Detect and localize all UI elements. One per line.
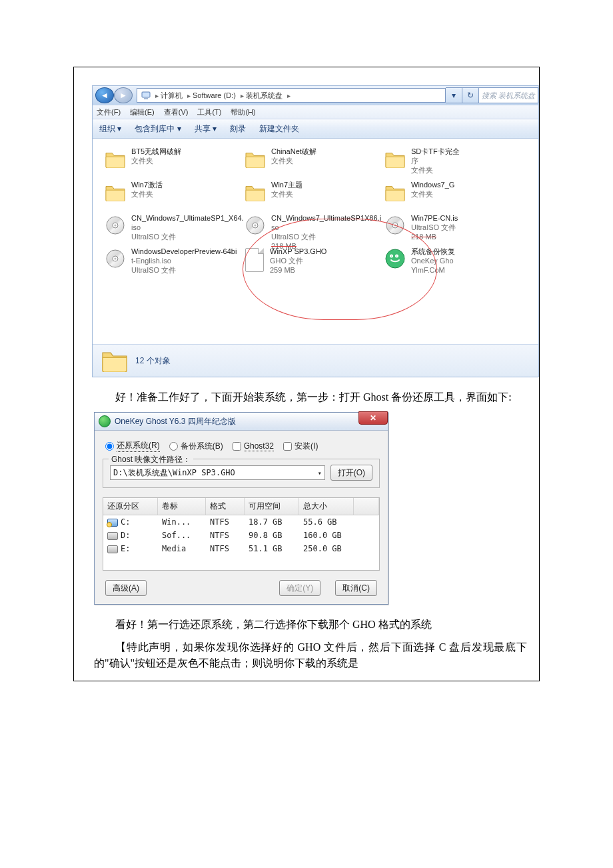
disc-icon <box>103 213 127 237</box>
status-text: 12 个对象 <box>135 355 171 367</box>
file-item[interactable]: CN_Windows7_UltimateSP1X86.isoUltraISO 文… <box>243 212 383 245</box>
file-label: BT5无线网破解文件夹 <box>131 147 181 165</box>
table-row[interactable]: D:Sof...NTFS90.8 GB160.0 GB <box>103 529 379 542</box>
col-free: 可用空间 <box>245 498 299 515</box>
address-bar[interactable]: ▸计算机 ▸Software (D:) ▸装机系统盘 ▸ <box>137 88 446 103</box>
table-row[interactable]: C:Win...NTFS18.7 GB55.6 GB <box>103 515 379 529</box>
disc-icon <box>243 213 267 237</box>
crumb-1[interactable]: 计算机 <box>161 91 183 99</box>
search-input[interactable]: 搜索 装机系统盘 <box>479 87 538 103</box>
file-label: WindowsDeveloperPreview-64bit-English.is… <box>131 247 237 275</box>
ok-button[interactable]: 确定(Y) <box>279 580 320 596</box>
partition-table: 还原分区 卷标 格式 可用空间 总大小 C:Win...NTFS18.7 GB5… <box>103 497 380 571</box>
nav-back-button[interactable]: ◄ <box>95 87 114 103</box>
file-label: SD卡TF卡完全序文件夹 <box>411 147 460 175</box>
file-label: Win7PE-CN.isUltraISO 文件218 MB <box>411 213 458 241</box>
file-label: CN_Windows7_UltimateSP1_X64.isoUltraISO … <box>131 213 243 241</box>
file-item[interactable]: CN_Windows7_UltimateSP1_X64.isoUltraISO … <box>103 212 243 245</box>
file-label: Win7主题文件夹 <box>271 180 303 199</box>
table-row[interactable]: E:MediaNTFS51.1 GB250.0 GB <box>103 542 379 555</box>
radio-backup[interactable]: 备份系统(B) <box>169 441 223 452</box>
disc-icon <box>103 247 127 271</box>
paragraph-2: 看好！第一行选还原系统，第二行选择你下载那个 GHO 格式的系统 <box>115 619 432 630</box>
tb-newfolder[interactable]: 新建文件夹 <box>259 123 299 135</box>
menu-view[interactable]: 查看(V) <box>164 107 189 117</box>
paragraph-3: 【特此声明，如果你发现你选择好的 GHO 文件后，然后下面选择 C 盘后发现最底… <box>94 641 527 669</box>
computer-icon <box>141 91 151 100</box>
menu-help[interactable]: 帮助(H) <box>231 107 255 117</box>
open-button[interactable]: 打开(O) <box>330 465 372 481</box>
file-label: ChinaNet破解文件夹 <box>271 147 316 165</box>
files-area: BT5无线网破解文件夹ChinaNet破解文件夹SD卡TF卡完全序文件夹Win7… <box>93 139 538 344</box>
paragraph-1: 好！准备工作好了，下面开始装系统，第一步：打开 Ghost 备份还原工具，界面如… <box>115 391 512 403</box>
onekey-ghost-dialog: OneKey Ghost Y6.3 四周年纪念版 ✕ 还原系统(R) 备份系统(… <box>94 412 388 605</box>
folder-icon <box>243 147 267 171</box>
image-path-input[interactable]: D:\装机系统盘\WinXP SP3.GHO▾ <box>110 465 325 480</box>
file-item[interactable]: SD卡TF卡完全序文件夹 <box>383 145 470 179</box>
cancel-button[interactable]: 取消(C) <box>335 580 377 596</box>
disc-icon <box>383 213 407 237</box>
file-label: 系统备份恢复OneKey GhoYlmF.CoM <box>411 247 455 275</box>
file-item[interactable]: Win7PE-CN.isUltraISO 文件218 MB <box>383 212 470 245</box>
onekey-icon <box>383 247 407 271</box>
radio-restore[interactable]: 还原系统(R) <box>105 440 160 452</box>
tb-include[interactable]: 包含到库中 ▾ <box>135 123 181 135</box>
dialog-title: OneKey Ghost Y6.3 四周年纪念版 <box>115 416 236 427</box>
col-partition: 还原分区 <box>103 498 158 515</box>
file-item[interactable]: Win7主题文件夹 <box>243 179 383 212</box>
file-label: Win7激活文件夹 <box>131 180 163 199</box>
col-total: 总大小 <box>299 498 354 515</box>
file-item[interactable]: WinXP SP3.GHOGHO 文件259 MB <box>243 245 383 279</box>
address-dropdown-button[interactable]: ▾ <box>446 87 462 103</box>
file-item[interactable]: 系统备份恢复OneKey GhoYlmF.CoM <box>383 245 470 279</box>
file-item[interactable]: WindowsDeveloperPreview-64bit-English.is… <box>103 245 243 279</box>
menu-tools[interactable]: 工具(T) <box>197 107 221 117</box>
file-label: WinXP SP3.GHOGHO 文件259 MB <box>270 247 326 275</box>
close-button[interactable]: ✕ <box>358 411 388 425</box>
image-path-legend: Ghost 映像文件路径： <box>109 454 193 465</box>
toolbar: 组织 ▾ 包含到库中 ▾ 共享 ▾ 刻录 新建文件夹 <box>93 119 538 139</box>
tb-organize[interactable]: 组织 ▾ <box>99 123 121 135</box>
nav-forward-button[interactable]: ► <box>114 87 133 103</box>
menu-file[interactable]: 文件(F) <box>97 107 121 117</box>
menu-bar: 文件(F) 编辑(E) 查看(V) 工具(T) 帮助(H) <box>93 105 538 119</box>
crumb-2[interactable]: Software (D:) <box>193 91 236 99</box>
crumb-3[interactable]: 装机系统盘 <box>246 91 283 99</box>
folder-icon <box>101 348 129 374</box>
explorer-window: ◄ ► ▸计算机 ▸Software (D:) ▸装机系统盘 ▸ ▾ ↻ 搜索 … <box>92 85 539 377</box>
folder-icon <box>383 180 407 204</box>
folder-icon <box>383 147 407 171</box>
onekey-icon <box>99 415 111 427</box>
explorer-titlebar: ◄ ► ▸计算机 ▸Software (D:) ▸装机系统盘 ▸ ▾ ↻ 搜索 … <box>93 86 538 105</box>
file-item[interactable]: ChinaNet破解文件夹 <box>243 145 383 179</box>
menu-edit[interactable]: 编辑(E) <box>130 107 155 117</box>
advanced-button[interactable]: 高级(A) <box>105 580 147 596</box>
checkbox-ghost32[interactable]: Ghost32 <box>233 441 274 451</box>
status-bar: 12 个对象 <box>93 344 538 377</box>
file-label: Windows7_G文件夹 <box>411 180 454 199</box>
file-item[interactable]: BT5无线网破解文件夹 <box>103 145 243 179</box>
svg-rect-5 <box>144 98 148 99</box>
file-icon <box>243 247 266 273</box>
checkbox-install[interactable]: 安装(I) <box>283 441 318 452</box>
folder-icon <box>243 180 267 204</box>
refresh-button[interactable]: ↻ <box>462 87 479 103</box>
dialog-titlebar: OneKey Ghost Y6.3 四周年纪念版 ✕ <box>95 413 388 431</box>
col-label: 卷标 <box>158 498 206 515</box>
svg-rect-4 <box>142 92 150 97</box>
file-item[interactable]: Windows7_G文件夹 <box>383 179 470 212</box>
tb-burn[interactable]: 刻录 <box>230 123 246 135</box>
tb-share[interactable]: 共享 ▾ <box>195 123 217 135</box>
folder-icon <box>103 180 127 204</box>
folder-icon <box>103 147 127 171</box>
file-item[interactable]: Win7激活文件夹 <box>103 179 243 212</box>
col-format: 格式 <box>206 498 245 515</box>
image-path-group: Ghost 映像文件路径： D:\装机系统盘\WinXP SP3.GHO▾ 打开… <box>103 459 380 488</box>
